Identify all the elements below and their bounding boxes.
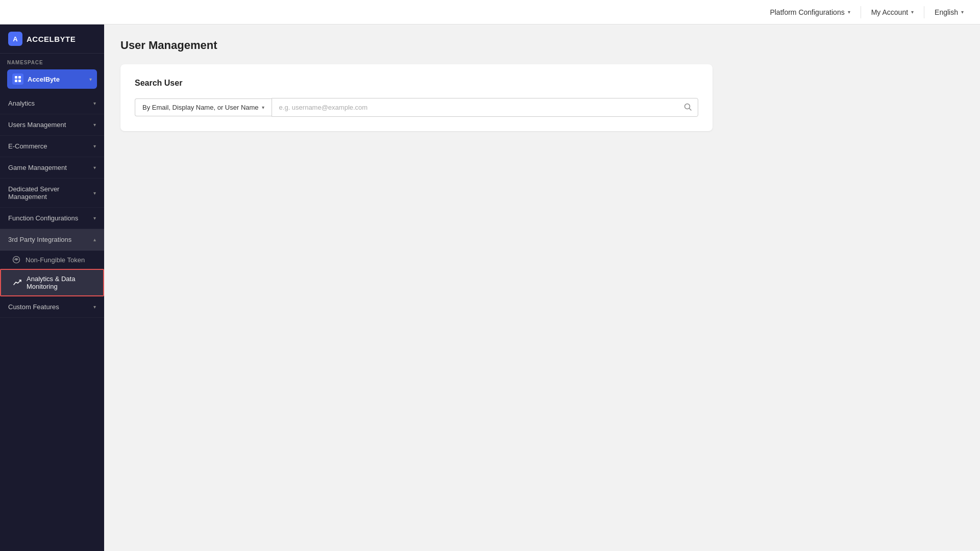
namespace-label: NAMESPACE [7,60,97,65]
sidebar-item-dedicated-server[interactable]: Dedicated Server Management ▾ [0,179,104,208]
namespace-section: NAMESPACE AccelByte ▾ [0,54,104,93]
analytics-data-monitoring-label: Analytics & Data Monitoring [27,275,95,290]
namespace-chevron-icon: ▾ [89,77,92,82]
3rd-party-chevron-icon: ▴ [93,237,96,242]
sidebar: A ACCELBYTE NAMESPACE AccelByte ▾ [0,24,104,551]
analytics-label: Analytics [8,99,35,107]
dedicated-server-chevron-icon: ▾ [93,190,96,196]
logo-area: A ACCELBYTE [0,24,104,54]
search-filter-dropdown[interactable]: By Email, Display Name, or User Name ▾ [135,98,272,116]
function-config-label: Function Configurations [8,214,78,222]
sidebar-item-custom-features[interactable]: Custom Features ▾ [0,296,104,318]
topnav-divider-1 [861,6,861,18]
language-chevron-icon: ▾ [961,9,964,15]
custom-features-label: Custom Features [8,303,59,311]
search-card-title: Search User [135,79,698,88]
3rd-party-label: 3rd Party Integrations [8,236,71,243]
search-icon [684,103,692,111]
language-label: English [935,8,958,16]
svg-point-5 [16,259,17,261]
svg-rect-1 [18,76,21,79]
svg-line-7 [690,108,692,110]
logo-icon: A [8,32,22,46]
my-account-button[interactable]: My Account ▾ [865,5,920,19]
language-selector-button[interactable]: English ▾ [928,5,970,19]
search-filter-chevron-icon: ▾ [262,105,264,110]
svg-rect-2 [15,80,17,82]
topnav: Platform Configurations ▾ My Account ▾ E… [0,0,980,24]
sidebar-item-ecommerce[interactable]: E-Commerce ▾ [0,136,104,157]
platform-configurations-label: Platform Configurations [770,8,844,16]
topnav-divider-2 [924,6,924,18]
search-row: By Email, Display Name, or User Name ▾ [135,98,698,117]
namespace-name: AccelByte [28,76,85,83]
non-fungible-token-label: Non-Fungible Token [26,256,85,264]
sidebar-item-analytics[interactable]: Analytics ▾ [0,93,104,114]
function-config-chevron-icon: ▾ [93,215,96,221]
game-management-label: Game Management [8,164,67,171]
main-content: User Management Search User By Email, Di… [104,24,980,551]
search-submit-button[interactable] [684,103,692,112]
platform-config-chevron-icon: ▾ [848,9,850,15]
layout: A ACCELBYTE NAMESPACE AccelByte ▾ [0,24,980,551]
sidebar-item-users-management[interactable]: Users Management ▾ [0,114,104,136]
sidebar-item-function-config[interactable]: Function Configurations ▾ [0,208,104,229]
custom-features-chevron-icon: ▾ [93,304,96,310]
nft-icon [12,256,20,264]
namespace-icon [12,73,23,85]
sidebar-item-3rd-party[interactable]: 3rd Party Integrations ▴ [0,229,104,251]
game-management-chevron-icon: ▾ [93,165,96,170]
sidebar-item-game-management[interactable]: Game Management ▾ [0,157,104,179]
platform-configurations-button[interactable]: Platform Configurations ▾ [764,5,856,19]
search-card: Search User By Email, Display Name, or U… [120,64,713,131]
ecommerce-label: E-Commerce [8,142,47,150]
logo-text: ACCELBYTE [27,35,76,43]
subnav-item-analytics-data-monitoring[interactable]: Analytics & Data Monitoring [0,269,104,296]
namespace-selector[interactable]: AccelByte ▾ [7,69,97,89]
subnav-item-non-fungible-token[interactable]: Non-Fungible Token [0,251,104,269]
ecommerce-chevron-icon: ▾ [93,143,96,149]
search-filter-label: By Email, Display Name, or User Name [142,104,259,111]
my-account-label: My Account [871,8,908,16]
users-management-label: Users Management [8,121,66,129]
users-management-chevron-icon: ▾ [93,122,96,128]
page-title: User Management [120,39,964,52]
search-input-wrapper [272,98,698,117]
svg-rect-3 [18,80,21,82]
my-account-chevron-icon: ▾ [911,9,914,15]
analytics-chart-icon [13,279,21,287]
svg-rect-0 [15,76,17,79]
analytics-chevron-icon: ▾ [93,101,96,106]
dedicated-server-label: Dedicated Server Management [8,185,93,201]
search-input[interactable] [272,98,698,116]
